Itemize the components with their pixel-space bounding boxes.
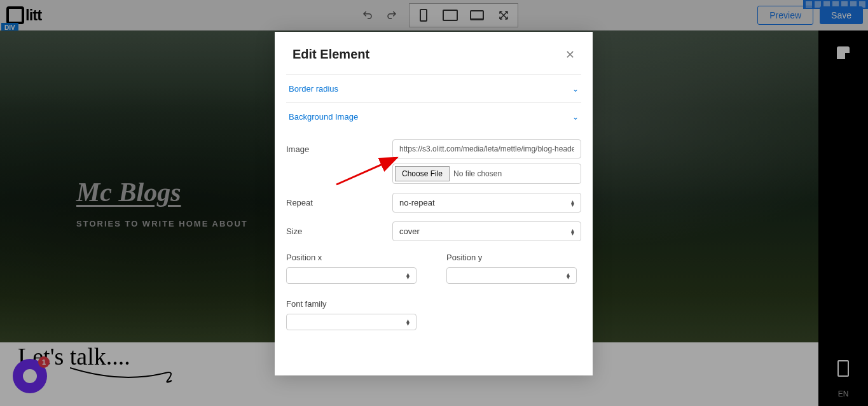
position-x-label: Position x bbox=[286, 253, 421, 262]
image-url-input[interactable] bbox=[392, 139, 581, 158]
background-image-section-header[interactable]: Background Image ⌄ bbox=[286, 102, 581, 130]
size-select[interactable]: cover ▴▾ bbox=[392, 221, 581, 241]
modal-close-button[interactable]: ✕ bbox=[565, 48, 575, 62]
position-y-label: Position y bbox=[446, 253, 581, 262]
position-x-select[interactable]: ▴▾ bbox=[286, 267, 417, 284]
chevron-down-icon: ⌄ bbox=[572, 85, 579, 94]
select-value: cover bbox=[399, 227, 420, 236]
file-chooser: Choose File No file chosen bbox=[392, 164, 581, 184]
select-value: no-repeat bbox=[399, 198, 435, 207]
select-arrows-icon: ▴▾ bbox=[571, 228, 574, 235]
border-radius-section-header[interactable]: Border radius ⌄ bbox=[286, 74, 581, 102]
select-arrows-icon: ▴▾ bbox=[406, 272, 410, 279]
section-label: Border radius bbox=[289, 84, 338, 94]
font-family-label: Font family bbox=[286, 299, 581, 309]
edit-element-modal: Edit Element ✕ Border radius ⌄ Backgroun… bbox=[275, 32, 593, 375]
modal-title: Edit Element bbox=[293, 47, 369, 62]
repeat-select[interactable]: no-repeat ▴▾ bbox=[392, 193, 581, 213]
repeat-label: Repeat bbox=[286, 198, 385, 207]
size-label: Size bbox=[286, 227, 385, 236]
select-arrows-icon: ▴▾ bbox=[571, 200, 574, 206]
image-label: Image bbox=[286, 144, 385, 154]
position-y-select[interactable]: ▴▾ bbox=[446, 267, 577, 284]
section-label: Background Image bbox=[289, 112, 358, 122]
chevron-down-icon: ⌄ bbox=[572, 113, 579, 122]
choose-file-button[interactable]: Choose File bbox=[395, 166, 450, 181]
select-arrows-icon: ▴▾ bbox=[406, 319, 410, 325]
font-family-select[interactable]: ▴▾ bbox=[286, 314, 417, 330]
file-status-text: No file chosen bbox=[453, 169, 502, 178]
select-arrows-icon: ▴▾ bbox=[567, 272, 570, 279]
